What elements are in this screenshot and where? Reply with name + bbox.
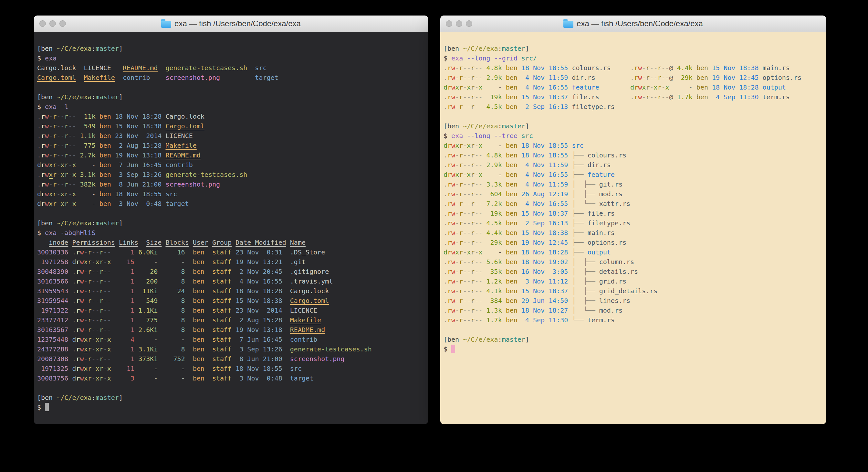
terminal-line: drwxr-xr-x - ben 18 Nov 18:55 src	[37, 189, 424, 199]
terminal-line: .rw-r--r-- 4.8k ben 18 Nov 18:55 colours…	[443, 63, 822, 73]
terminal-line: .rw-r--r-- 4.4k ben 15 Nov 18:38 ├── mai…	[443, 228, 822, 238]
terminal-output-dark[interactable]: [ben ~/C/e/exa:master]$ exaCargo.lock LI…	[34, 32, 428, 424]
terminal-window-light: exa — fish /Users/ben/Code/exa/exa [ben …	[440, 16, 826, 424]
terminal-line	[37, 383, 424, 393]
terminal-line: .rwxr-xr-x 3.1k ben 3 Sep 13:26 generate…	[37, 170, 424, 179]
terminal-line: 12375448 drwxr-xr-x 4 - - ben staff 7 Ju…	[37, 334, 424, 344]
terminal-line: drwxr-xr-x - ben 18 Nov 18:28 ├── output	[443, 247, 822, 257]
terminal-line: .rw-r--r-- 4.5k ben 2 Sep 16:13 filetype…	[443, 102, 822, 112]
terminal-line: .rw-r--r-- 5.6k ben 18 Nov 19:02 │ ├── c…	[443, 257, 822, 267]
terminal-line: $ exa	[37, 53, 424, 63]
window-title: exa — fish /Users/ben/Code/exa/exa	[161, 19, 301, 28]
terminal-line: .rw-r--r-- 4.1k ben 15 Nov 18:37 │ ├── g…	[443, 286, 822, 296]
window-title-text: exa — fish /Users/ben/Code/exa/exa	[577, 19, 703, 28]
terminal-line: drwxr-xr-x - ben 3 Nov 0:48 target	[37, 199, 424, 208]
terminal-line: inode Permissions Links Size Blocks User…	[37, 238, 424, 247]
terminal-line: 1971322 .rw-r--r-- 1 1.1Ki 8 ben staff 2…	[37, 305, 424, 315]
terminal-line	[37, 208, 424, 218]
terminal-line	[443, 112, 822, 121]
terminal-line: Cargo.toml Makefile contrib screenshot.p…	[37, 73, 424, 83]
terminal-line: 30163566 .rw-r--r-- 1 200 8 ben staff 4 …	[37, 276, 424, 286]
desktop: { "chrome": { "title": "exa — fish /User…	[0, 0, 868, 472]
terminal-line: .rw-r--r-- 11k ben 18 Nov 18:28 Cargo.lo…	[37, 112, 424, 121]
terminal-line: [ben ~/C/e/exa:master]	[37, 393, 424, 403]
zoom-button[interactable]	[466, 20, 472, 27]
terminal-line: Cargo.lock LICENCE README.md generate-te…	[37, 63, 424, 73]
minimize-button[interactable]	[456, 20, 462, 27]
zoom-button[interactable]	[59, 20, 66, 27]
terminal-line: .rw-r--r-- 35k ben 16 Nov 3:05 │ ├── det…	[443, 267, 822, 276]
terminal-line: .rw-r--r-- 3.3k ben 4 Nov 11:59 │ ├── gi…	[443, 179, 822, 189]
terminal-line: .rw-r--r-- 19k ben 15 Nov 18:37 file.rs …	[443, 92, 822, 102]
terminal-line: $ exa --long --grid src/	[443, 53, 822, 63]
terminal-line: .rw-r--r-- 2.7k ben 19 Nov 13:18 README.…	[37, 150, 424, 160]
terminal-line	[37, 83, 424, 92]
terminal-line: .rw-r--r-- 604 ben 26 Aug 12:19 │ ├── mo…	[443, 189, 822, 199]
terminal-line: .rw-r--r-- 775 ben 2 Aug 15:28 Makefile	[37, 141, 424, 150]
terminal-line: [ben ~/C/e/exa:master]	[37, 43, 424, 53]
terminal-line: .rw-r--r-- 382k ben 8 Jun 21:00 screensh…	[37, 179, 424, 189]
terminal-line: 31959544 .rw-r--r-- 1 549 8 ben staff 15…	[37, 296, 424, 305]
terminal-line: [ben ~/C/e/exa:master]	[443, 334, 822, 344]
terminal-line: drwxr-xr-x - ben 18 Nov 18:55 src	[443, 141, 822, 150]
terminal-line: .rw-r--r-- 2.9k ben 4 Nov 11:59 dir.rs .…	[443, 73, 822, 83]
terminal-line: drwxr-xr-x - ben 4 Nov 16:55 ├── feature	[443, 170, 822, 179]
terminal-line: $	[443, 344, 822, 354]
close-button[interactable]	[446, 20, 452, 27]
traffic-lights	[39, 16, 66, 32]
terminal-line: .rw-r--r-- 4.8k ben 18 Nov 18:55 ├── col…	[443, 150, 822, 160]
terminal-window-dark: exa — fish /Users/ben/Code/exa/exa [ben …	[34, 16, 428, 424]
terminal-line: [ben ~/C/e/exa:master]	[37, 218, 424, 228]
titlebar[interactable]: exa — fish /Users/ben/Code/exa/exa	[34, 16, 428, 32]
terminal-line: [ben ~/C/e/exa:master]	[37, 92, 424, 102]
text-cursor	[451, 345, 455, 353]
terminal-line: .rw-r--r-- 1.7k ben 4 Sep 11:30 └── term…	[443, 315, 822, 325]
terminal-line: $ exa -abghHliS	[37, 228, 424, 238]
window-title: exa — fish /Users/ben/Code/exa/exa	[563, 19, 703, 28]
terminal-line: .rw-r--r-- 2.9k ben 4 Nov 11:59 ├── dir.…	[443, 160, 822, 170]
terminal-line: 23377412 .rw-r--r-- 1 775 8 ben staff 2 …	[37, 315, 424, 325]
terminal-line: [ben ~/C/e/exa:master]	[443, 121, 822, 131]
terminal-line: 30030336 .rw-r--r-- 1 6.0Ki 16 ben staff…	[37, 247, 424, 257]
terminal-line: 1971325 drwxr-xr-x 11 - - ben staff 18 N…	[37, 364, 424, 374]
folder-icon	[563, 21, 574, 28]
terminal-line: $	[37, 403, 424, 412]
terminal-line: .rw-r--r-- 7.2k ben 4 Nov 16:55 │ └── xa…	[443, 199, 822, 208]
terminal-line: .rw-r--r-- 1.1k ben 23 Nov 2014 LICENCE	[37, 131, 424, 141]
titlebar[interactable]: exa — fish /Users/ben/Code/exa/exa	[440, 16, 826, 32]
terminal-line: 1971258 drwxr-xr-x 15 - - ben staff 19 N…	[37, 257, 424, 267]
close-button[interactable]	[39, 20, 46, 27]
terminal-line: 20087308 .rw-r--r-- 1 373Ki 752 ben staf…	[37, 354, 424, 364]
window-title-text: exa — fish /Users/ben/Code/exa/exa	[175, 19, 301, 28]
traffic-lights	[446, 16, 472, 32]
terminal-line: .rw-r--r-- 1.3k ben 18 Nov 18:27 │ └── m…	[443, 305, 822, 315]
terminal-line: .rw-r--r-- 549 ben 15 Nov 18:38 Cargo.to…	[37, 121, 424, 131]
terminal-line: drwxr-xr-x - ben 7 Jun 16:45 contrib	[37, 160, 424, 170]
terminal-line: 30163567 .rw-r--r-- 1 2.6Ki 8 ben staff …	[37, 325, 424, 334]
minimize-button[interactable]	[50, 20, 56, 27]
terminal-line: .rw-r--r-- 29k ben 19 Nov 12:45 ├── opti…	[443, 238, 822, 247]
terminal-line: .rw-r--r-- 384 ben 29 Jun 14:50 │ ├── li…	[443, 296, 822, 305]
terminal-line: 31959543 .rw-r--r-- 1 11Ki 24 ben staff …	[37, 286, 424, 296]
terminal-line: 30048390 .rw-r--r-- 1 20 8 ben staff 2 N…	[37, 267, 424, 276]
terminal-line: 30083756 drwxr-xr-x 3 - - ben staff 3 No…	[37, 374, 424, 383]
terminal-line: .rw-r--r-- 4.5k ben 2 Sep 16:13 ├── file…	[443, 218, 822, 228]
terminal-line: $ exa --long --tree src	[443, 131, 822, 141]
terminal-line: 24377288 .rwxr-xr-x 1 3.1Ki 8 ben staff …	[37, 344, 424, 354]
text-cursor	[45, 403, 49, 411]
terminal-line: $ exa -l	[37, 102, 424, 112]
terminal-line: [ben ~/C/e/exa:master]	[443, 43, 822, 53]
terminal-line: .rw-r--r-- 1.2k ben 3 Nov 11:12 │ ├── gr…	[443, 276, 822, 286]
terminal-line: drwxr-xr-x - ben 4 Nov 16:55 feature drw…	[443, 83, 822, 92]
folder-icon	[161, 21, 171, 28]
terminal-output-light[interactable]: [ben ~/C/e/exa:master]$ exa --long --gri…	[440, 32, 826, 424]
terminal-line	[443, 325, 822, 334]
terminal-line: .rw-r--r-- 19k ben 15 Nov 18:37 ├── file…	[443, 208, 822, 218]
